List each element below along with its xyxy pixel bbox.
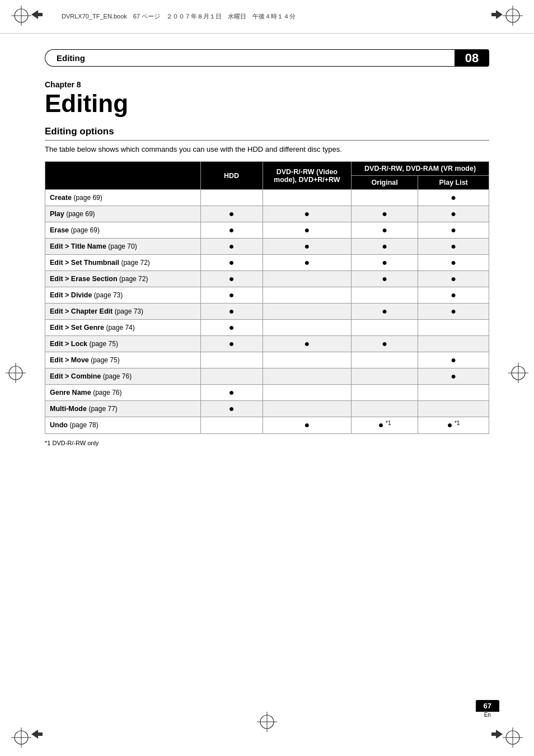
col-header-hdd: HDD <box>200 162 263 190</box>
table-row: Multi-Mode (page 77)● <box>45 401 489 417</box>
row-hdd-cell: ● <box>200 239 263 255</box>
row-label-cell: Create (page 69) <box>45 190 201 206</box>
row-hdd-cell: ● <box>200 304 263 320</box>
bottom-area: 67 En <box>0 683 534 756</box>
row-vr-original-cell <box>352 368 418 385</box>
row-label-cell: Genre Name (page 76) <box>45 385 201 401</box>
row-dvd-video-cell <box>263 271 352 287</box>
row-dvd-video-cell: ● <box>263 206 352 222</box>
row-vr-playlist-cell: ● <box>418 352 489 368</box>
row-label-cell: Erase (page 69) <box>45 222 201 239</box>
row-vr-original-cell: ● <box>352 255 418 271</box>
table-row: Edit > Combine (page 76)● <box>45 368 489 385</box>
page-number-area: 67 En <box>476 700 499 718</box>
row-dvd-video-cell <box>263 287 352 304</box>
row-hdd-cell: ● <box>200 206 263 222</box>
row-vr-original-cell: ● <box>352 336 418 352</box>
table-row: Erase (page 69)●●●● <box>45 222 489 239</box>
row-label-cell: Edit > Set Thumbnail (page 72) <box>45 255 201 271</box>
row-vr-playlist-cell: ● <box>418 222 489 239</box>
row-hdd-cell <box>200 417 263 433</box>
table-row: Play (page 69)●●●● <box>45 206 489 222</box>
table-row: Edit > Divide (page 73)●● <box>45 287 489 304</box>
table-row: Edit > Lock (page 75)●●● <box>45 336 489 352</box>
row-hdd-cell: ● <box>200 271 263 287</box>
arrow-br <box>491 730 503 740</box>
row-vr-playlist-cell <box>418 385 489 401</box>
row-dvd-video-cell: ● <box>263 417 352 433</box>
main-content: Editing 08 Chapter 8 Editing Editing opt… <box>0 34 534 458</box>
row-label-cell: Play (page 69) <box>45 206 201 222</box>
footnote: *1 DVD-R/-RW only <box>45 440 489 446</box>
row-dvd-video-cell <box>263 190 352 206</box>
row-dvd-video-cell <box>263 385 352 401</box>
row-vr-playlist-cell: ● *1 <box>418 417 489 433</box>
row-hdd-cell <box>200 352 263 368</box>
table-row: Edit > Move (page 75)● <box>45 352 489 368</box>
row-dvd-video-cell: ● <box>263 239 352 255</box>
section-heading: Editing options <box>45 126 489 141</box>
row-label-cell: Edit > Erase Section (page 72) <box>45 271 201 287</box>
reg-mark-br <box>503 727 523 748</box>
row-dvd-video-cell: ● <box>263 222 352 239</box>
top-strip: DVRLX70_TF_EN.book 67 ページ ２００７年８月１日 水曜日 … <box>0 0 534 34</box>
reg-mark-bottom-center <box>257 712 277 734</box>
row-vr-original-cell <box>352 352 418 368</box>
table-row: Edit > Chapter Edit (page 73)●●● <box>45 304 489 320</box>
row-dvd-video-cell <box>263 304 352 320</box>
col-header-vr-mode: DVD-R/-RW, DVD-RAM (VR mode) <box>352 162 489 176</box>
svg-marker-24 <box>491 730 503 739</box>
svg-marker-20 <box>31 730 43 739</box>
row-dvd-video-cell: ● <box>263 255 352 271</box>
row-vr-original-cell: ● <box>352 222 418 239</box>
row-vr-original-cell <box>352 287 418 304</box>
page-lang: En <box>476 712 499 718</box>
row-dvd-video-cell <box>263 352 352 368</box>
page-number-box: 67 <box>476 700 499 712</box>
chapter-header-row: Editing 08 <box>45 49 489 67</box>
row-vr-playlist-cell: ● <box>418 287 489 304</box>
row-vr-playlist-cell: ● <box>418 255 489 271</box>
row-hdd-cell <box>200 368 263 385</box>
reg-mark-tr <box>503 6 523 26</box>
table-row: Edit > Title Name (page 70)●●●● <box>45 239 489 255</box>
table-row: Create (page 69)● <box>45 190 489 206</box>
row-hdd-cell: ● <box>200 222 263 239</box>
svg-marker-3 <box>31 10 43 19</box>
row-label-cell: Edit > Move (page 75) <box>45 352 201 368</box>
file-info: DVRLX70_TF_EN.book 67 ページ ２００７年８月１日 水曜日 … <box>62 12 296 21</box>
row-hdd-cell: ● <box>200 255 263 271</box>
header-bar-label: Editing <box>45 49 455 67</box>
col-header-original: Original <box>352 176 418 190</box>
editing-options-table: HDD DVD-R/-RW (Video mode), DVD+R/+RW DV… <box>45 161 489 433</box>
row-vr-playlist-cell: ● <box>418 368 489 385</box>
row-vr-playlist-cell: ● <box>418 304 489 320</box>
table-row: Undo (page 78)●● *1● *1 <box>45 417 489 433</box>
arrow-right <box>491 10 503 21</box>
row-vr-playlist-cell: ● <box>418 271 489 287</box>
row-vr-original-cell: ● <box>352 239 418 255</box>
row-vr-original-cell <box>352 190 418 206</box>
row-label-cell: Edit > Lock (page 75) <box>45 336 201 352</box>
row-vr-playlist-cell <box>418 401 489 417</box>
row-vr-original-cell: ● <box>352 206 418 222</box>
row-vr-original-cell: ● <box>352 271 418 287</box>
row-dvd-video-cell <box>263 368 352 385</box>
row-vr-original-cell <box>352 320 418 336</box>
reg-mark-tl <box>11 6 31 26</box>
row-dvd-video-cell <box>263 320 352 336</box>
row-hdd-cell: ● <box>200 336 263 352</box>
row-hdd-cell: ● <box>200 401 263 417</box>
row-vr-playlist-cell <box>418 336 489 352</box>
row-vr-playlist-cell <box>418 320 489 336</box>
row-vr-original-cell <box>352 401 418 417</box>
table-row: Edit > Set Thumbnail (page 72)●●●● <box>45 255 489 271</box>
arrow-bl <box>31 730 43 740</box>
row-label-cell: Edit > Set Genre (page 74) <box>45 320 201 336</box>
col-header-empty <box>45 162 201 190</box>
chapter-big-title: Editing <box>45 90 489 117</box>
col-header-dvd-video: DVD-R/-RW (Video mode), DVD+R/+RW <box>263 162 352 190</box>
table-row: Edit > Set Genre (page 74)● <box>45 320 489 336</box>
row-hdd-cell <box>200 190 263 206</box>
row-vr-playlist-cell: ● <box>418 190 489 206</box>
